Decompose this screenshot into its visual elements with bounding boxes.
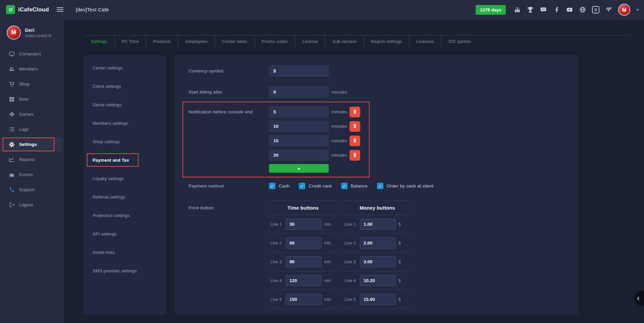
- notification-input-4[interactable]: [269, 150, 329, 161]
- trash-icon: [353, 109, 357, 115]
- notification-row: minutes: [269, 106, 360, 117]
- price-button-label: Price button: [189, 201, 269, 210]
- submenu-item-referral-settings[interactable]: Referral settings: [84, 188, 166, 206]
- checkbox-label: Cash: [279, 183, 289, 189]
- notification-input-3[interactable]: [269, 135, 329, 146]
- submenu-item-center-settings[interactable]: Center settings: [84, 59, 166, 77]
- money-line2-input[interactable]: [360, 237, 396, 249]
- table-row: Line 4 $: [343, 271, 412, 290]
- phone-icon: [9, 187, 15, 193]
- logout-icon: [9, 202, 15, 208]
- checkbox-balance[interactable]: Balance: [341, 183, 368, 189]
- submenu-item-install-links[interactable]: Install links: [84, 243, 166, 262]
- tab-settings[interactable]: Settings: [84, 36, 114, 48]
- delete-notification-button[interactable]: [350, 136, 360, 146]
- trash-icon: [353, 138, 357, 144]
- tab-center-news[interactable]: Center news: [215, 36, 254, 48]
- notification-label: Notification before console end: [189, 106, 269, 114]
- checkbox-checked-icon[interactable]: [341, 183, 347, 189]
- tab-products[interactable]: Products: [146, 36, 178, 48]
- sidebar-item-settings[interactable]: Settings: [0, 137, 64, 152]
- delete-notification-button[interactable]: [350, 121, 360, 132]
- youtube-icon[interactable]: [566, 6, 573, 13]
- icafecloud-icon[interactable]: i2: [592, 6, 599, 13]
- money-line5-input[interactable]: [360, 294, 396, 305]
- checkbox-cash[interactable]: Cash: [269, 183, 289, 189]
- checkbox-checked-icon[interactable]: [377, 183, 383, 189]
- podium-icon[interactable]: [514, 6, 521, 13]
- time-line2-input[interactable]: [286, 237, 322, 249]
- submenu-item-shop-settings[interactable]: Shop settings: [84, 132, 166, 151]
- sidebar-item-label: Computers: [19, 51, 41, 56]
- sidebar-item-logout[interactable]: Logout: [0, 197, 64, 212]
- notification-input-1[interactable]: [269, 106, 329, 117]
- sidebar-item-shop[interactable]: Shop: [0, 76, 64, 92]
- tab-pc-time[interactable]: PC Time: [114, 36, 146, 48]
- tab-promo-codes[interactable]: Promo codes: [254, 36, 295, 48]
- trophy-icon[interactable]: [527, 6, 534, 13]
- menu-toggle-icon[interactable]: [57, 7, 63, 12]
- delete-notification-button[interactable]: [350, 150, 360, 161]
- time-line1-input[interactable]: [286, 219, 322, 230]
- sidebar-item-members[interactable]: Members: [0, 61, 64, 76]
- time-buttons-table: Time buttons Line 1 min Line 2 min Line …: [269, 201, 337, 309]
- checkbox-checked-icon[interactable]: [269, 183, 275, 189]
- sidebar-user[interactable]: M Geri 008612345678: [0, 19, 64, 44]
- tab-idc-games[interactable]: IDC games: [441, 36, 478, 48]
- tab-sub-centers[interactable]: Sub centers: [325, 36, 364, 48]
- row-unit: min: [324, 278, 331, 283]
- time-line3-input[interactable]: [286, 256, 322, 267]
- chevron-down-icon[interactable]: [636, 9, 639, 11]
- sidebar-item-label: Boot: [19, 97, 29, 102]
- sidebar-item-support[interactable]: Support: [0, 182, 64, 197]
- sidebar-item-games[interactable]: Games: [0, 107, 64, 122]
- tab-license[interactable]: License: [295, 36, 325, 48]
- submenu-item-api-settings[interactable]: API settings: [84, 225, 166, 243]
- money-line4-input[interactable]: [360, 275, 396, 286]
- row-unit: min: [324, 222, 331, 227]
- money-line1-input[interactable]: [360, 219, 396, 230]
- submenu-item-protection-settings[interactable]: Protection settings: [84, 206, 166, 225]
- submenu-item-loyalty-settings[interactable]: Loyalty settings: [84, 169, 166, 188]
- money-line3-input[interactable]: [360, 256, 396, 267]
- submenu-item-game-settings[interactable]: Game settings: [84, 96, 166, 114]
- delete-notification-button[interactable]: [350, 107, 360, 117]
- start-billing-input[interactable]: [269, 87, 329, 98]
- start-billing-label: Start billing after: [189, 90, 269, 95]
- brand[interactable]: i2 iCafeCloud: [0, 0, 64, 19]
- sidebar-item-events[interactable]: Events: [0, 167, 64, 182]
- globe-icon[interactable]: [579, 6, 586, 13]
- notification-input-2[interactable]: [269, 121, 329, 132]
- user-avatar[interactable]: M: [618, 4, 630, 16]
- sidebar-item-reports[interactable]: Reports: [0, 152, 64, 167]
- sidebar-item-label: Logs: [19, 127, 29, 132]
- add-notification-button[interactable]: +: [269, 164, 329, 173]
- row-label: Line 5: [343, 297, 360, 302]
- tab-licenses[interactable]: Licenses: [409, 36, 441, 48]
- layers-icon[interactable]: [605, 6, 612, 13]
- license-days-badge[interactable]: 1279 days: [476, 5, 506, 15]
- checkbox-order-by-cash-at-client[interactable]: Order by cash at client: [377, 183, 434, 189]
- sidebar-item-label: Members: [19, 66, 38, 71]
- submenu-item-sms-provider-settings[interactable]: SMS provider settings: [84, 262, 166, 280]
- row-unit: min: [324, 260, 331, 264]
- tab-employees[interactable]: Employees: [178, 36, 215, 48]
- facebook-icon[interactable]: [553, 6, 560, 13]
- sidebar-item-computers[interactable]: Computers: [0, 46, 64, 61]
- sidebar-item-boot[interactable]: Boot: [0, 92, 64, 107]
- discord-icon[interactable]: [540, 6, 547, 13]
- tab-region-settings[interactable]: Region settings: [364, 36, 409, 48]
- submenu-item-payment-and-tax[interactable]: Payment and Tax: [84, 151, 166, 169]
- checkbox-checked-icon[interactable]: [299, 183, 305, 189]
- checkbox-credit-card[interactable]: Credit card: [299, 183, 331, 189]
- currency-input[interactable]: [269, 65, 329, 76]
- submenu-item-members-settings[interactable]: Members settings: [84, 114, 166, 132]
- notification-unit: minutes: [331, 109, 349, 114]
- time-line4-input[interactable]: [286, 275, 322, 286]
- time-line5-input[interactable]: [286, 294, 322, 305]
- collapse-panel-toggle[interactable]: [635, 290, 644, 306]
- brand-name: iCafeCloud: [18, 6, 49, 13]
- sidebar-item-label: Settings: [19, 142, 37, 147]
- sidebar-item-logs[interactable]: Logs: [0, 122, 64, 137]
- submenu-item-client-settings[interactable]: Client settings: [84, 77, 166, 96]
